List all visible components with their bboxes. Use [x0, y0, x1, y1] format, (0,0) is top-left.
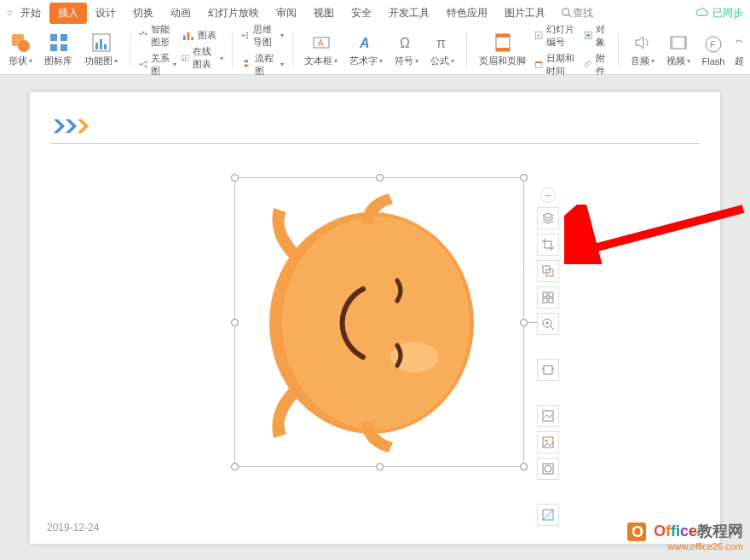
shape-button[interactable]: 形状▾ — [5, 29, 36, 72]
tab-slideshow[interactable]: 幻灯片放映 — [199, 3, 268, 24]
online-chart-button[interactable]: 在线图表▾ — [182, 45, 224, 71]
reset-icon — [541, 508, 555, 522]
divider — [618, 33, 619, 67]
image-selection[interactable] — [234, 177, 524, 467]
effects-button[interactable] — [537, 458, 559, 480]
svg-rect-12 — [139, 33, 141, 35]
attach-button[interactable]: 附件 — [584, 52, 609, 78]
zoom-plus-icon — [541, 317, 555, 331]
flash-button[interactable]: F Flash — [699, 29, 729, 72]
hash-icon: # — [534, 29, 543, 42]
tab-home[interactable]: 开始 — [12, 3, 49, 24]
datetime-button[interactable]: 日期和时间 — [534, 52, 579, 78]
resize-handle-s[interactable] — [376, 463, 384, 471]
search-box[interactable]: 查找 — [561, 6, 593, 20]
svg-rect-50 — [671, 37, 673, 49]
svg-text:Ω: Ω — [400, 36, 410, 50]
svg-text:#: # — [537, 33, 539, 38]
canvas-area[interactable]: ─ 2019-12-24 — [0, 75, 750, 560]
tab-view[interactable]: 视图 — [305, 3, 343, 24]
svg-rect-33 — [245, 60, 248, 62]
resize-handle-w[interactable] — [231, 319, 239, 326]
svg-line-30 — [244, 33, 246, 36]
tab-animation[interactable]: 动画 — [162, 3, 199, 24]
svg-rect-5 — [61, 34, 67, 41]
resize-handle-sw[interactable] — [231, 463, 239, 471]
svg-point-55 — [282, 216, 470, 430]
crop-button[interactable] — [537, 234, 559, 256]
formula-button[interactable]: π 公式▾ — [427, 29, 458, 72]
svg-rect-42 — [496, 48, 510, 51]
column-chart-icon — [91, 32, 112, 53]
tab-picture-tools[interactable]: 图片工具 — [496, 3, 554, 24]
resize-handle-se[interactable] — [520, 463, 528, 471]
grid-small-icon — [541, 291, 555, 304]
textbox-button[interactable]: A 文本框▾ — [301, 29, 341, 72]
hyperlink-button[interactable]: 超 — [733, 29, 745, 72]
resize-handle-n[interactable] — [376, 174, 384, 182]
grid-icon — [49, 32, 69, 53]
svg-rect-9 — [95, 43, 98, 49]
tab-insert[interactable]: 插入 — [49, 3, 87, 24]
svg-text:A: A — [318, 38, 324, 48]
relation-icon — [139, 58, 147, 71]
search-label: 查找 — [573, 6, 593, 20]
save-image-button[interactable] — [537, 405, 559, 427]
svg-rect-41 — [496, 34, 510, 38]
watermark-url: www.office26.com — [627, 541, 743, 551]
wordart-button[interactable]: A 艺术字▾ — [346, 29, 386, 72]
mindmap-icon — [241, 29, 250, 42]
tab-security[interactable]: 安全 — [343, 3, 380, 24]
change-image-button[interactable] — [537, 431, 559, 453]
svg-rect-24 — [183, 58, 184, 60]
speaker-icon — [632, 32, 653, 53]
svg-rect-22 — [191, 37, 193, 40]
resize-handle-nw[interactable] — [231, 174, 239, 182]
collapse-button[interactable]: ─ — [540, 188, 556, 203]
chart-button[interactable]: 图表 — [182, 29, 224, 42]
paperclip-icon — [584, 58, 593, 71]
tab-special[interactable]: 特色应用 — [438, 3, 496, 24]
svg-point-29 — [246, 38, 248, 39]
object-button[interactable]: 对象 — [584, 23, 609, 49]
flowchart-button[interactable]: 流程图▾ — [241, 52, 284, 78]
tab-review[interactable]: 审阅 — [268, 3, 305, 24]
replace-button[interactable] — [537, 260, 559, 282]
slidenum-button[interactable]: # 幻灯片编号 — [534, 23, 579, 49]
flash-icon: F — [703, 34, 724, 55]
svg-rect-21 — [187, 32, 189, 40]
video-button[interactable]: 视频▾ — [663, 29, 694, 72]
func-chart-button[interactable]: 功能图▾ — [81, 29, 121, 72]
sync-status[interactable]: 已同步 — [695, 6, 743, 20]
pi-icon: π — [432, 32, 453, 53]
sync-label: 已同步 — [712, 6, 743, 20]
page-icon — [493, 32, 513, 53]
svg-rect-20 — [183, 36, 186, 41]
save-image-icon — [541, 409, 555, 423]
smartart-icon — [139, 29, 147, 42]
audio-button[interactable]: 音频▾ — [627, 29, 658, 72]
relation-button[interactable]: 关系图▾ — [139, 52, 176, 78]
symbols-button[interactable]: Ω 符号▾ — [391, 29, 422, 72]
tab-design[interactable]: 设计 — [87, 3, 124, 24]
svg-line-32 — [244, 36, 246, 38]
mindmap-button[interactable]: 思维导图▾ — [241, 23, 284, 49]
zoom-button[interactable] — [537, 313, 559, 335]
compress-button[interactable] — [537, 359, 559, 381]
picture-orange-face[interactable] — [235, 178, 525, 468]
tab-transition[interactable]: 切换 — [124, 3, 162, 24]
grid-button[interactable] — [537, 286, 559, 309]
header-footer-button[interactable]: 页眉和页脚 — [476, 29, 529, 72]
slide[interactable]: ─ 2019-12-24 — [30, 92, 720, 544]
wordart-icon: A — [356, 32, 377, 53]
layers-button[interactable] — [537, 207, 559, 229]
reset-button[interactable] — [537, 504, 559, 526]
svg-marker-34 — [244, 64, 249, 67]
layers-icon — [541, 211, 555, 225]
cloud-icon — [695, 8, 709, 18]
resize-handle-ne[interactable] — [520, 174, 528, 182]
icon-library-button[interactable]: 图标库 — [41, 29, 76, 72]
tab-devtools[interactable]: 开发工具 — [380, 3, 438, 24]
smartart-button[interactable]: 智能图形 — [139, 23, 176, 49]
svg-point-3 — [18, 40, 30, 52]
